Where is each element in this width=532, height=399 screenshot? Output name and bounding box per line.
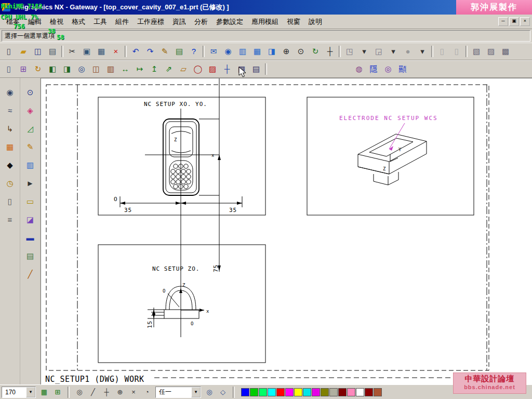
color-swatch[interactable] — [259, 388, 267, 396]
close-button[interactable]: × — [520, 17, 530, 26]
book-tool[interactable]: ▬ — [22, 231, 38, 245]
mail-button[interactable]: ✉ — [206, 45, 221, 58]
print-button[interactable]: ▤ — [45, 45, 60, 58]
mentor-cap-tool[interactable]: ◆ — [2, 158, 18, 172]
detail-view-button[interactable]: ◎ — [74, 62, 89, 76]
front-cube-button[interactable]: ▨ — [484, 45, 498, 58]
color-swatch[interactable] — [347, 388, 355, 396]
id-symbol-button[interactable]: ◯ — [191, 62, 205, 76]
snap-center-button[interactable]: ⊕ — [113, 386, 127, 398]
top-cube-button[interactable]: ▩ — [498, 45, 513, 58]
half-section-view-button[interactable]: ▥ — [103, 62, 118, 76]
notebook-tool[interactable]: ▭ — [22, 194, 38, 209]
annotation-button[interactable]: ▱ — [176, 62, 191, 76]
wireframe-view-button[interactable]: ◲ — [371, 45, 386, 58]
restore-button[interactable]: ▣ — [509, 17, 519, 26]
edit-component-button[interactable]: ◍ — [352, 62, 366, 76]
drawing-canvas[interactable]: NC SETUP XO. YO. 35 35 O x Z ELECTRODE N… — [41, 78, 532, 384]
chevron-down-icon[interactable]: ▾ — [191, 387, 201, 397]
material-dropdown[interactable]: ▾ — [415, 45, 430, 58]
square-rule-tool[interactable]: ◿ — [22, 122, 38, 136]
edit-pencil-button[interactable]: ✎ — [157, 45, 172, 58]
point-constructor-button[interactable]: ◎ — [203, 386, 216, 398]
snap-value[interactable]: 任一 — [156, 388, 191, 396]
color-swatch[interactable] — [365, 388, 373, 396]
delete-button[interactable]: × — [109, 45, 123, 58]
color-swatch[interactable] — [374, 388, 382, 396]
color-swatch[interactable] — [303, 388, 311, 396]
color-swatch[interactable] — [329, 388, 338, 396]
redo-button[interactable]: ↷ — [143, 45, 157, 58]
color-swatch[interactable] — [268, 388, 276, 396]
snap-intersection-button[interactable]: × — [127, 386, 140, 398]
color-swatch[interactable] — [356, 388, 364, 396]
menu-tools[interactable]: 工具 — [89, 15, 111, 29]
minimize-button[interactable]: ─ — [498, 17, 508, 26]
menu-analysis[interactable]: 分析 — [190, 15, 212, 29]
menu-help[interactable]: 說明 — [304, 15, 326, 29]
wireframe-view-dropdown[interactable]: ▾ — [386, 45, 401, 58]
refresh-button[interactable]: ↻ — [308, 45, 323, 58]
scale-value[interactable]: 170 — [2, 389, 26, 396]
pencil-tool[interactable]: ╱ — [22, 267, 38, 282]
color-fan-tool[interactable]: ◈ — [22, 103, 38, 118]
new-part-button[interactable]: ▯ — [2, 45, 16, 58]
undo-button[interactable]: ↶ — [128, 45, 143, 58]
magnify-tool[interactable]: ⊙ — [22, 85, 38, 100]
snap-midpoint-button[interactable]: ┼ — [100, 386, 113, 398]
cut-button[interactable]: ✂ — [65, 45, 79, 58]
new-sheet-button[interactable]: ▯ — [2, 62, 16, 76]
shaded-view-dropdown[interactable]: ▾ — [357, 45, 371, 58]
blank-sheet-tool[interactable]: ▯ — [2, 194, 18, 209]
clock-tool[interactable]: ◷ — [2, 176, 18, 191]
leader-tool[interactable]: ↳ — [2, 122, 18, 136]
unblank-component-button[interactable]: ◎ — [381, 62, 395, 76]
color-swatch[interactable] — [250, 388, 258, 396]
snap-inferred-button[interactable]: ◎ — [73, 386, 86, 398]
palette-tool[interactable]: ▦ — [2, 140, 18, 154]
info-window-button[interactable]: ◨ — [264, 45, 279, 58]
crosshatch-button[interactable]: ▨ — [205, 62, 220, 76]
paste-button[interactable]: ▦ — [94, 45, 109, 58]
color-swatch[interactable] — [338, 388, 347, 396]
show-component-button[interactable]: 顯 — [395, 62, 410, 76]
copy-button[interactable]: ▣ — [79, 45, 94, 58]
horizontal-dimension-button[interactable]: ↦ — [132, 62, 147, 76]
zoom-in-button[interactable]: ⊕ — [279, 45, 294, 58]
menu-application[interactable]: 應用模組 — [247, 15, 283, 29]
pen-tool[interactable]: ✎ — [22, 140, 38, 154]
pan-button[interactable]: ┼ — [323, 45, 337, 58]
menu-information[interactable]: 資訊 — [168, 15, 190, 29]
web-browser-button[interactable]: ◉ — [221, 45, 235, 58]
color-swatch[interactable] — [321, 388, 329, 396]
display-sheet-button[interactable]: ⊞ — [16, 62, 31, 76]
open-button[interactable]: ▰ — [16, 45, 31, 58]
base-view-button[interactable]: ◧ — [45, 62, 60, 76]
dimension-style-tool[interactable]: ◉ — [2, 85, 18, 100]
color-swatch[interactable] — [294, 388, 302, 396]
work-plane-button[interactable]: ◇ — [216, 386, 230, 398]
parallel-dimension-button[interactable]: ⇗ — [162, 62, 176, 76]
menu-format[interactable]: 格式 — [68, 15, 89, 29]
help-button[interactable]: ? — [187, 45, 201, 58]
color-swatch[interactable] — [241, 388, 249, 396]
snap-combo[interactable]: 任一 ▾ — [155, 387, 201, 398]
update-views-button[interactable]: ↻ — [31, 62, 45, 76]
zoom-button[interactable]: ⊙ — [294, 45, 308, 58]
arrow-tool[interactable]: ► — [22, 176, 38, 191]
inferred-dimension-button[interactable]: ↔ — [118, 62, 132, 76]
snap-quadrant-button[interactable]: ◔ — [140, 386, 154, 398]
section-view-button[interactable]: ◫ — [89, 62, 103, 76]
layout-page-button[interactable]: ▯ — [435, 45, 449, 58]
menu-view[interactable]: 檢視 — [46, 15, 68, 29]
menu-preferences[interactable]: 參數設定 — [212, 15, 247, 29]
color-swatch[interactable] — [276, 388, 285, 396]
shaded-view-button[interactable]: ◳ — [342, 45, 357, 58]
save-button[interactable]: ◫ — [31, 45, 45, 58]
material-sphere-button[interactable]: ● — [401, 45, 415, 58]
iso-cube-button[interactable]: ▧ — [469, 45, 484, 58]
dialog-rail-button[interactable]: ▥ — [235, 45, 250, 58]
scale-combo[interactable]: 170 ▾ — [2, 387, 36, 398]
menu-wcs[interactable]: 工作座標 — [133, 15, 168, 29]
projected-view-button[interactable]: ◨ — [60, 62, 74, 76]
